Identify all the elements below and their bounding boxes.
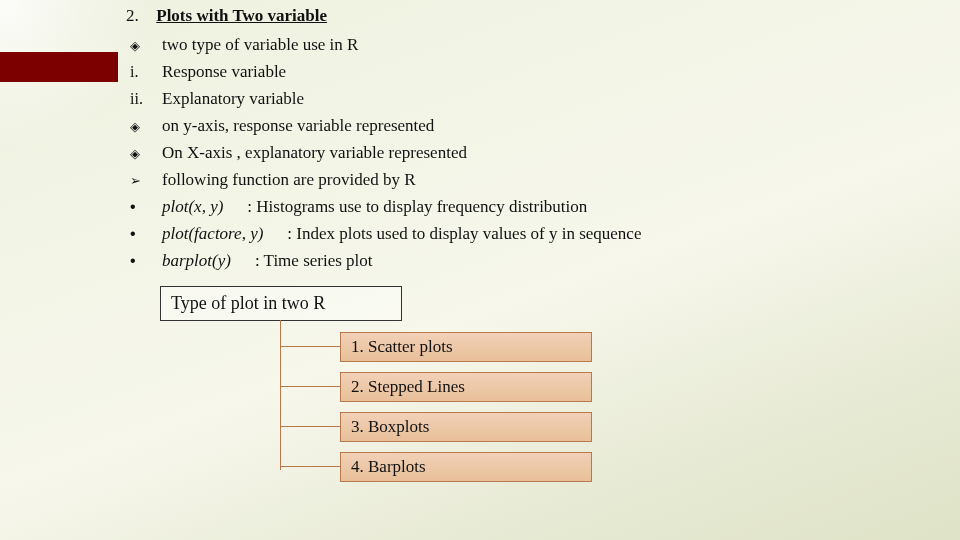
dot-bullet-icon: • [130, 196, 162, 218]
list-item: ◈ two type of variable use in R [130, 34, 930, 57]
leaf-box: 1. Scatter plots [340, 332, 592, 362]
list-item: ➢ following function are provided by R [130, 169, 930, 192]
function-call: barplot(y) [162, 250, 231, 273]
connector-branch [280, 386, 340, 387]
list-item: i. Response variable [130, 61, 930, 84]
slide: 2. Plots with Two variable ◈ two type of… [0, 0, 960, 540]
leaf-label: 2. Stepped Lines [351, 377, 465, 396]
dot-bullet-icon: • [130, 250, 162, 272]
content-area: 2. Plots with Two variable ◈ two type of… [0, 6, 930, 530]
root-box: Type of plot in two R [160, 286, 402, 321]
function-desc: : Time series plot [255, 250, 373, 273]
diamond-bullet-icon: ◈ [130, 145, 162, 163]
section-heading: 2. Plots with Two variable [126, 6, 930, 26]
leaf-box: 3. Boxplots [340, 412, 592, 442]
function-desc: : Index plots used to display values of … [287, 223, 641, 246]
item-text: two type of variable use in R [162, 34, 358, 57]
function-desc: : Histograms use to display frequency di… [247, 196, 587, 219]
heading-title: Plots with Two variable [156, 6, 327, 25]
function-item: • plot(x, y) : Histograms use to display… [130, 196, 930, 219]
list-item: ◈ On X-axis , explanatory variable repre… [130, 142, 930, 165]
leaf-box: 2. Stepped Lines [340, 372, 592, 402]
function-item: • barplot(y) : Time series plot [130, 250, 930, 273]
roman-bullet: ii. [130, 88, 162, 110]
item-text: Explanatory variable [162, 88, 304, 111]
item-text: On X-axis , explanatory variable represe… [162, 142, 467, 165]
connector-branch [280, 466, 340, 467]
function-call: plot(x, y) [162, 196, 223, 219]
diamond-bullet-icon: ◈ [130, 118, 162, 136]
connector-branch [280, 346, 340, 347]
item-text: Response variable [162, 61, 286, 84]
function-call: plot(factore, y) [162, 223, 263, 246]
arrow-bullet-icon: ➢ [130, 172, 162, 190]
connector-branch [280, 426, 340, 427]
leaf-label: 1. Scatter plots [351, 337, 453, 356]
dot-bullet-icon: • [130, 223, 162, 245]
item-text: on y-axis, response variable represented [162, 115, 434, 138]
list-item: ii. Explanatory variable [130, 88, 930, 111]
list-item: ◈ on y-axis, response variable represent… [130, 115, 930, 138]
item-text: following function are provided by R [162, 169, 416, 192]
heading-number: 2. [126, 6, 152, 26]
function-item: • plot(factore, y) : Index plots used to… [130, 223, 930, 246]
leaf-label: 4. Barplots [351, 457, 426, 476]
root-box-label: Type of plot in two R [171, 293, 325, 313]
roman-bullet: i. [130, 61, 162, 83]
leaf-label: 3. Boxplots [351, 417, 429, 436]
diamond-bullet-icon: ◈ [130, 37, 162, 55]
leaf-box: 4. Barplots [340, 452, 592, 482]
connector-stem [280, 320, 281, 470]
